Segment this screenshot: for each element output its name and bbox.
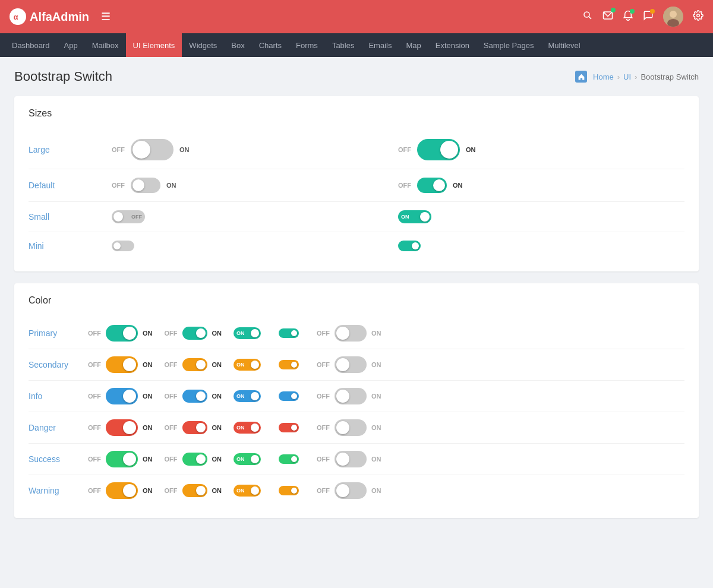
- menu-mailbox[interactable]: Mailbox: [85, 33, 126, 57]
- size-row-small: Small OFF ON: [29, 202, 684, 232]
- search-icon[interactable]: [582, 10, 593, 24]
- toggle-info-1[interactable]: [106, 388, 138, 404]
- large-on-label: ON: [179, 146, 190, 153]
- toggle-warning-3[interactable]: ON: [234, 485, 261, 497]
- large-on2-label: ON: [466, 146, 476, 153]
- toggle-secondary-3[interactable]: ON: [234, 359, 261, 371]
- color-secondary-groups: OFF ON OFF ON: [88, 356, 684, 373]
- bell-badge: [630, 9, 635, 14]
- toggle-primary-5[interactable]: [335, 325, 367, 342]
- toggle-info-4[interactable]: [279, 391, 299, 401]
- toggle-danger-2[interactable]: [182, 421, 207, 434]
- toggle-warning-4[interactable]: [279, 486, 299, 495]
- toggle-mini-off[interactable]: [112, 241, 134, 251]
- menu-bar: Dashboard App Mailbox UI Elements Widget…: [0, 33, 713, 57]
- size-label-default: Default: [29, 181, 112, 190]
- top-navbar: α AlfaAdmin ☰: [0, 0, 713, 33]
- settings-icon[interactable]: [693, 10, 703, 24]
- toggle-secondary-2[interactable]: [182, 358, 207, 371]
- d5-off: OFF: [317, 424, 330, 431]
- svg-point-7: [697, 14, 700, 17]
- toggle-small-on[interactable]: ON: [398, 210, 431, 223]
- menu-emails[interactable]: Emails: [361, 33, 399, 57]
- w1-on: ON: [143, 487, 153, 494]
- color-row-primary: Primary OFF ON OFF: [29, 318, 684, 349]
- chat-badge: [650, 9, 655, 14]
- toggle-info-5[interactable]: [335, 388, 367, 404]
- toggle-success-4[interactable]: [279, 454, 299, 464]
- toggle-primary-1[interactable]: [106, 325, 138, 342]
- toggle-mini-on[interactable]: [398, 241, 421, 251]
- toggle-success-2[interactable]: [182, 453, 207, 466]
- color-danger-groups: OFF ON OFF ON: [88, 419, 684, 436]
- toggle-danger-4[interactable]: [279, 423, 299, 432]
- large-on-off-label: OFF: [398, 146, 411, 153]
- size-default-on-group: OFF ON: [398, 178, 684, 193]
- menu-tables[interactable]: Tables: [325, 33, 362, 57]
- toggle-secondary-1[interactable]: [106, 356, 138, 373]
- size-small-on-group: ON: [398, 210, 684, 223]
- size-row-large: Large OFF ON OFF ON: [29, 131, 684, 169]
- menu-box[interactable]: Box: [224, 33, 251, 57]
- toggle-success-5[interactable]: [335, 451, 367, 467]
- menu-map[interactable]: Map: [399, 33, 428, 57]
- toggle-warning-5[interactable]: [335, 482, 367, 499]
- w5-on: ON: [371, 487, 381, 494]
- toggle-secondary-4[interactable]: [279, 360, 299, 369]
- chat-icon[interactable]: [643, 10, 654, 24]
- size-default-off-group: OFF ON: [112, 178, 398, 193]
- color-card: Color Primary OFF ON OFF: [14, 283, 699, 518]
- toggle-primary-4[interactable]: [279, 328, 299, 338]
- toggle-success-1[interactable]: [106, 451, 138, 467]
- s5-off: OFF: [317, 361, 330, 368]
- hamburger-button[interactable]: ☰: [96, 8, 115, 26]
- menu-forms[interactable]: Forms: [289, 33, 325, 57]
- menu-multilevel[interactable]: Multilevel: [541, 33, 587, 57]
- size-small-off-group: OFF: [112, 210, 398, 223]
- toggle-warning-2[interactable]: [182, 484, 207, 497]
- i1-off: OFF: [88, 393, 101, 400]
- toggle-warning-1[interactable]: [106, 482, 138, 499]
- toggle-info-3[interactable]: ON: [234, 390, 261, 402]
- email-badge: [611, 8, 616, 12]
- breadcrumb-icon: [575, 71, 587, 83]
- menu-ui-elements[interactable]: UI Elements: [126, 33, 182, 57]
- p2-off: OFF: [165, 330, 178, 337]
- i2-off: OFF: [165, 393, 178, 400]
- logo-text: AlfaAdmin: [30, 10, 89, 24]
- toggle-danger-1[interactable]: [106, 419, 138, 436]
- menu-extension[interactable]: Extension: [428, 33, 477, 57]
- menu-charts[interactable]: Charts: [252, 33, 289, 57]
- toggle-primary-2[interactable]: [182, 327, 207, 340]
- menu-dashboard[interactable]: Dashboard: [5, 33, 57, 57]
- nav-left: α AlfaAdmin ☰: [10, 8, 115, 26]
- color-row-danger: Danger OFF ON OFF: [29, 412, 684, 444]
- menu-sample-pages[interactable]: Sample Pages: [477, 33, 541, 57]
- toggle-small-off[interactable]: OFF: [112, 210, 145, 223]
- email-icon[interactable]: [602, 10, 613, 24]
- toggle-primary-3[interactable]: ON: [234, 327, 261, 339]
- i2-on: ON: [212, 393, 222, 400]
- su5-on: ON: [371, 456, 381, 463]
- s2-off: OFF: [165, 361, 178, 368]
- sizes-card-title: Sizes: [29, 108, 684, 119]
- color-primary-groups: OFF ON OFF ON: [88, 325, 684, 342]
- menu-app[interactable]: App: [57, 33, 85, 57]
- toggle-large-off[interactable]: [131, 139, 173, 160]
- toggle-danger-3[interactable]: ON: [234, 422, 261, 434]
- toggle-success-3[interactable]: ON: [234, 453, 261, 465]
- bell-icon[interactable]: [623, 10, 633, 24]
- breadcrumb-section[interactable]: UI: [623, 72, 631, 81]
- toggle-info-2[interactable]: [182, 390, 207, 403]
- color-label-danger: Danger: [29, 423, 88, 432]
- menu-widgets[interactable]: Widgets: [182, 33, 224, 57]
- color-label-secondary: Secondary: [29, 360, 88, 369]
- toggle-large-on[interactable]: [417, 139, 460, 160]
- avatar[interactable]: [663, 7, 683, 27]
- toggle-default-off[interactable]: [131, 178, 160, 193]
- default-on-off-label: OFF: [398, 182, 411, 189]
- toggle-default-on[interactable]: [417, 178, 447, 193]
- toggle-secondary-5[interactable]: [335, 356, 367, 373]
- toggle-danger-5[interactable]: [335, 419, 367, 436]
- breadcrumb-home[interactable]: Home: [593, 72, 614, 81]
